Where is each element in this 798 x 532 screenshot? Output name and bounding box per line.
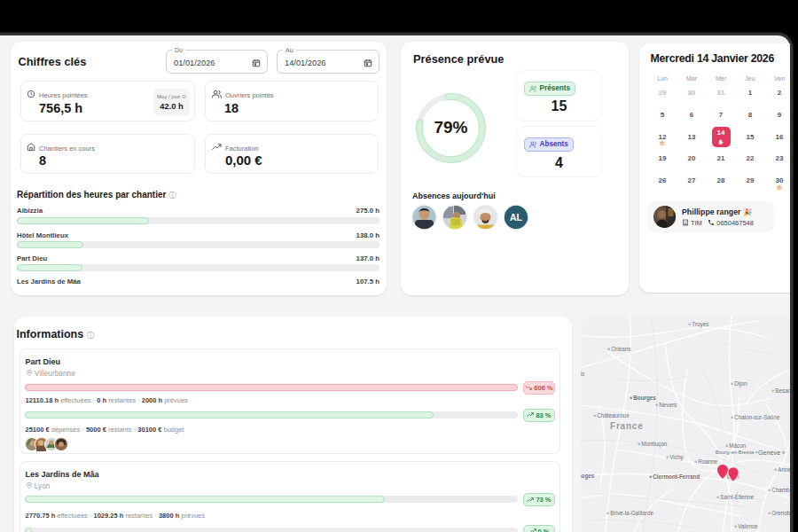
svg-text:⚬Brive-la-Gaillarde: ⚬Brive-la-Gaillarde xyxy=(606,510,653,516)
svg-text:⚬Châteauroux: ⚬Châteauroux xyxy=(592,412,630,419)
svg-text:ois: ois xyxy=(581,371,584,377)
svg-text:⚬Troyes: ⚬Troyes xyxy=(687,321,708,328)
svg-text:⚬Roanne: ⚬Roanne xyxy=(693,458,718,465)
svg-text:⚬Saint-Étienne: ⚬Saint-Étienne xyxy=(716,493,755,500)
svg-text:⚬Mâcon: ⚬Mâcon xyxy=(724,442,747,449)
svg-text:moges: moges xyxy=(581,473,595,480)
svg-text:⚬Anne: ⚬Anne xyxy=(773,466,790,473)
svg-text:⚬Chamb: ⚬Chamb xyxy=(767,487,790,493)
svg-text:Bourg-en-Bresse⚬: Bourg-en-Bresse⚬ xyxy=(716,450,759,455)
svg-text:AL: AL xyxy=(510,212,523,223)
svg-text:Genève⚬: Genève⚬ xyxy=(758,449,786,457)
svg-text:⚬Vichy: ⚬Vichy xyxy=(665,454,684,461)
svg-text:⚬Clermont-Ferrand: ⚬Clermont-Ferrand xyxy=(648,473,700,480)
svg-text:⚬Besan: ⚬Besan xyxy=(771,387,790,394)
svg-text:⚬Dijon: ⚬Dijon xyxy=(730,380,747,387)
svg-text:⚬Orléans: ⚬Orléans xyxy=(606,346,630,352)
svg-text:⚬Chalon-sur-Saône: ⚬Chalon-sur-Saône xyxy=(730,414,780,420)
svg-text:⚬Nevers: ⚬Nevers xyxy=(654,402,677,408)
svg-text:⚬Bourges: ⚬Bourges xyxy=(629,395,656,402)
svg-text:⚬Valence: ⚬Valence xyxy=(733,523,758,529)
svg-text:France: France xyxy=(610,421,644,431)
svg-text:⚬Montluçon: ⚬Montluçon xyxy=(637,441,668,448)
svg-text:⚬Grenoble: ⚬Grenoble xyxy=(767,510,790,516)
